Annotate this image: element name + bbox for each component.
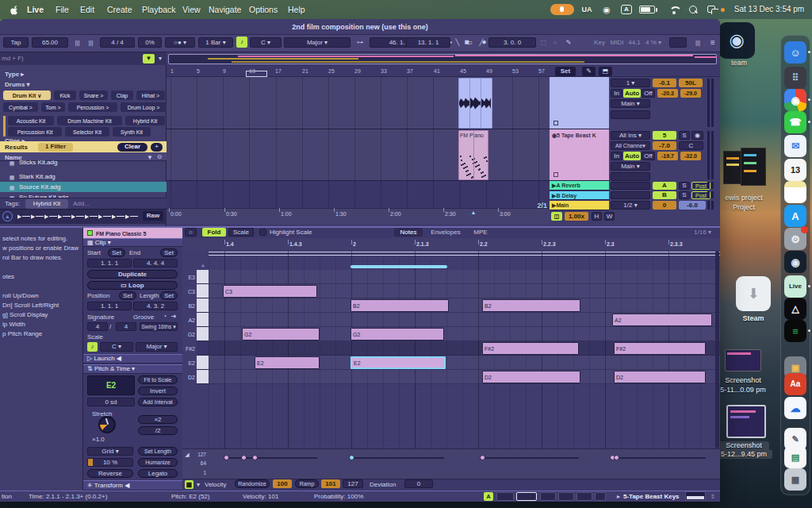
tag-chip[interactable]: Hybrid Kit	[25, 199, 68, 209]
wifi-icon[interactable]	[668, 5, 680, 14]
returnA-header[interactable]: ▶ A Reverb	[550, 181, 609, 190]
dock-finder[interactable]: ☺	[784, 41, 806, 64]
filter-chip[interactable]: Snare >	[79, 90, 108, 100]
fold-button[interactable]: Fold	[202, 228, 226, 237]
editor-scrollbar[interactable]	[715, 251, 719, 448]
midi-note[interactable]: C3	[223, 285, 317, 298]
list-item[interactable]: ▦Stark Kit.adg	[0, 171, 167, 182]
lane-caret-icon[interactable]: ▾	[195, 481, 201, 488]
filter-chip[interactable]: Clap	[111, 90, 133, 100]
screen-mirroring-icon[interactable]: ◉	[600, 4, 613, 15]
t2-auto-button[interactable]: Auto	[623, 152, 641, 160]
menubar-item-create[interactable]: Create	[107, 4, 147, 15]
ramp-from[interactable]: 101	[321, 479, 340, 488]
velocity-dot[interactable]	[614, 455, 619, 460]
clip-section-header[interactable]: ▦ Clip ▾	[83, 238, 182, 247]
filter-chip[interactable]: Drum Kit ∨	[3, 90, 51, 100]
arrangement-lock-button[interactable]: ⬒	[599, 67, 612, 76]
set-marker-button[interactable]: Set	[555, 67, 576, 76]
menubar-item-help[interactable]: Help	[288, 4, 316, 15]
clip-root-menu[interactable]: C ▾	[100, 342, 133, 352]
velocity-lane[interactable]	[182, 448, 720, 479]
track2-name[interactable]: ◉ 5 Tape Beast K	[552, 132, 607, 139]
loop-brace[interactable]	[246, 71, 267, 77]
start-set-button[interactable]: Set	[108, 248, 125, 257]
velocity-grab-icon[interactable]: ◢	[184, 451, 190, 457]
randomize-amount[interactable]: 100	[273, 479, 292, 488]
midi-note[interactable]: F#2	[482, 342, 579, 355]
highlight-checkbox[interactable]	[259, 229, 266, 236]
midi-note[interactable]: G2	[350, 328, 444, 341]
filter-chip[interactable]: Percussion >	[68, 102, 117, 112]
editor-ruler[interactable]	[182, 238, 720, 251]
scale-name-menu[interactable]: Major ▾	[284, 37, 350, 48]
legato-button[interactable]: Legato	[138, 469, 178, 478]
rb-send[interactable]: B	[653, 191, 676, 199]
piano-key[interactable]	[197, 284, 209, 298]
midi-note[interactable]: E2	[255, 356, 320, 369]
filter-count-chip[interactable]: 1 Filter	[38, 143, 73, 152]
end-set-button[interactable]: Set	[160, 248, 178, 257]
t1-pan[interactable]: 50L	[679, 79, 703, 87]
filter-chip[interactable]: Cymbal >	[3, 102, 38, 112]
preview-play-icon[interactable]: ▲	[2, 211, 13, 221]
t1-out-menu[interactable]: Main ▾	[611, 99, 650, 108]
midi-note[interactable]: E2	[350, 356, 446, 369]
groove-arrow-icon[interactable]: ➜	[170, 313, 178, 321]
dock-spotify[interactable]: ≡	[784, 320, 806, 342]
grid-menu[interactable]: Grid ▾	[87, 447, 133, 456]
dock-trash[interactable]: ▦	[784, 468, 806, 491]
t1-volume[interactable]: -0.1	[653, 79, 676, 87]
midi-note[interactable]: B2	[350, 299, 449, 312]
groove-select-menu[interactable]: Swing 16ths ▾	[140, 322, 178, 331]
metronome-icon[interactable]: |||	[71, 37, 83, 48]
rb-solo[interactable]: S	[679, 191, 690, 199]
midi-note[interactable]: D2	[614, 371, 706, 383]
note-search-button[interactable]: ○	[185, 228, 197, 237]
mpe-tab[interactable]: MPE	[469, 228, 492, 237]
phase-icon[interactable]: |||	[85, 37, 97, 48]
deviation-value[interactable]: 0	[404, 479, 433, 488]
piano-key[interactable]	[197, 327, 209, 341]
velocity-dot[interactable]	[252, 455, 258, 460]
piano-key[interactable]	[197, 341, 209, 356]
t2-out-menu[interactable]: Main ▾	[611, 162, 650, 171]
loop-length-value[interactable]: 3. 0. 0	[488, 37, 536, 48]
t2-pan[interactable]: C	[679, 141, 703, 150]
notes-tab[interactable]: Notes	[394, 228, 423, 237]
scale-mode-button[interactable]: Scale	[228, 228, 254, 237]
menubar-clock[interactable]: Sat 13 Dec 3:54 pm	[730, 4, 809, 15]
set-length-button[interactable]: Set Length	[138, 447, 178, 456]
groove-amount[interactable]: 0%	[138, 37, 162, 48]
filter-caret-icon[interactable]: ▾	[156, 54, 164, 64]
length-value[interactable]: 4. 3. 2	[133, 302, 178, 310]
randomize-button[interactable]: Randomize	[235, 479, 270, 488]
pianoroll-row[interactable]	[209, 298, 720, 313]
dock-launchpad[interactable]: ⠿	[784, 67, 806, 89]
loop-start-value[interactable]: 13. 1. 1	[406, 37, 450, 48]
history-fwd-button[interactable]: W	[604, 212, 615, 221]
groove-menu[interactable]: ○● ▾	[165, 37, 195, 48]
position-set-button[interactable]: Set	[119, 291, 136, 300]
cpu-meter[interactable]: 4 % ▾	[641, 37, 666, 48]
punch-out-icon[interactable]: ╱	[477, 37, 486, 48]
input-language[interactable]: UA	[579, 4, 595, 15]
dock-onedrive[interactable]: ☁	[784, 397, 806, 419]
launch-section-header[interactable]: ▷ Launch ◀	[83, 354, 182, 364]
filter-chip[interactable]: Acoustic Kit	[8, 116, 54, 125]
pitchtime-section-header[interactable]: ⇅ Pitch & Time ▾	[83, 364, 182, 374]
midi-note[interactable]: G2	[242, 328, 320, 341]
t2-channel-menu[interactable]: All Channe▾	[611, 141, 650, 150]
scale-icon[interactable]: ♪	[236, 37, 247, 48]
ramp-button[interactable]: Ramp	[295, 479, 319, 488]
add-interval-button[interactable]: Add Interval	[138, 398, 178, 406]
device-chain-thumb[interactable]	[558, 492, 574, 501]
track1-header[interactable]	[550, 77, 609, 129]
filter-chip[interactable]: Drum Machine Kit	[57, 116, 122, 125]
main-cue[interactable]: -6.0	[679, 201, 706, 210]
groove-commit-icon[interactable]: ◔	[161, 313, 169, 321]
root-note-menu[interactable]: C ▾	[250, 37, 282, 48]
raw-preview-button[interactable]: Raw	[143, 211, 163, 221]
ra-send[interactable]: A	[653, 182, 676, 190]
sig-numerator[interactable]: 4	[87, 322, 108, 331]
